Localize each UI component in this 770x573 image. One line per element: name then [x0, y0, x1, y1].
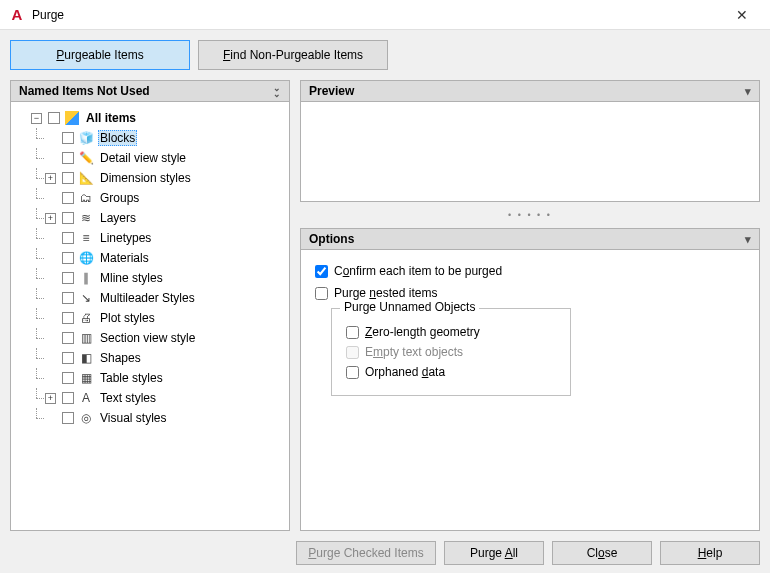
all-items-icon	[65, 111, 79, 125]
tree-checkbox[interactable]	[62, 232, 74, 244]
tree-item[interactable]: ◧Shapes	[31, 348, 285, 368]
tree-item-label: Section view style	[98, 331, 197, 345]
tab-find-non-purgeable[interactable]: Find Non-Purgeable ItemsFind Non-Purgeab…	[198, 40, 388, 70]
tree-item-label: Layers	[98, 211, 138, 225]
expander-blank	[45, 373, 56, 384]
dialog-content: PPurgeable Itemsurgeable Items Find Non-…	[0, 30, 770, 573]
tree-item[interactable]: +AText styles	[31, 388, 285, 408]
expander-plus-icon[interactable]: +	[45, 213, 56, 224]
tree-item-icon: A	[78, 390, 94, 406]
tree-item-label: Visual styles	[98, 411, 168, 425]
tree-item-label: Mline styles	[98, 271, 165, 285]
main-row: Named Items Not Used ⌄⌄ − All items 🧊Blo…	[10, 80, 760, 531]
tree-item-icon: ∥	[78, 270, 94, 286]
tree-checkbox[interactable]	[62, 212, 74, 224]
purge-unnamed-group: Purge Unnamed Objects Zero-length geomet…	[331, 308, 571, 396]
purge-all-button[interactable]: Purge All	[444, 541, 544, 565]
left-pane: Named Items Not Used ⌄⌄ − All items 🧊Blo…	[10, 80, 290, 531]
expander-blank	[45, 233, 56, 244]
expander-blank	[45, 133, 56, 144]
tree-item[interactable]: ≡Linetypes	[31, 228, 285, 248]
options-header[interactable]: Options ▾	[300, 228, 760, 250]
tree-checkbox[interactable]	[62, 152, 74, 164]
tree-item[interactable]: ▦Table styles	[31, 368, 285, 388]
tree-item[interactable]: ∥Mline styles	[31, 268, 285, 288]
app-icon: A	[8, 6, 26, 24]
tree-root-label: All items	[84, 111, 138, 125]
tree-item-icon: ✏️	[78, 150, 94, 166]
option-zero-length[interactable]: Zero-length geometry	[346, 325, 556, 339]
expander-blank	[45, 333, 56, 344]
tree-item[interactable]: ▥Section view style	[31, 328, 285, 348]
tree-checkbox[interactable]	[62, 332, 74, 344]
options-title: Options	[309, 232, 354, 246]
zero-length-checkbox[interactable]	[346, 326, 359, 339]
tree-item[interactable]: 🖨Plot styles	[31, 308, 285, 328]
option-orphaned-data[interactable]: Orphaned data	[346, 365, 556, 379]
expander-plus-icon[interactable]: +	[45, 173, 56, 184]
tree-item-label: Shapes	[98, 351, 143, 365]
close-icon[interactable]: ✕	[722, 1, 762, 29]
confirm-checkbox[interactable]	[315, 265, 328, 278]
orphaned-data-checkbox[interactable]	[346, 366, 359, 379]
tree-item-label: Groups	[98, 191, 141, 205]
tree-root[interactable]: − All items	[31, 108, 285, 128]
tree-item[interactable]: ↘Multileader Styles	[31, 288, 285, 308]
tree-checkbox[interactable]	[62, 192, 74, 204]
tree-checkbox[interactable]	[62, 252, 74, 264]
tree-checkbox[interactable]	[62, 372, 74, 384]
expander-plus-icon[interactable]: +	[45, 393, 56, 404]
splitter-handle[interactable]: • • • • •	[300, 210, 760, 220]
tree-checkbox[interactable]	[62, 272, 74, 284]
tree-item[interactable]: 🌐Materials	[31, 248, 285, 268]
preview-title: Preview	[309, 84, 354, 98]
empty-text-checkbox	[346, 346, 359, 359]
tree-item-icon: ≡	[78, 230, 94, 246]
chevron-down-icon[interactable]: ▾	[745, 85, 751, 98]
tree-item-label: Materials	[98, 251, 151, 265]
tree-checkbox[interactable]	[62, 292, 74, 304]
tree-item-label: Blocks	[98, 130, 137, 146]
tree-item-label: Multileader Styles	[98, 291, 197, 305]
help-button[interactable]: Help	[660, 541, 760, 565]
window-title: Purge	[32, 8, 722, 22]
options-panel: Options ▾ Confirm each item to be purged…	[300, 228, 760, 531]
preview-header[interactable]: Preview ▾	[300, 80, 760, 102]
tree-item[interactable]: 🧊Blocks	[31, 128, 285, 148]
tree-checkbox[interactable]	[62, 352, 74, 364]
tree-checkbox[interactable]	[62, 392, 74, 404]
tree-item[interactable]: ✏️Detail view style	[31, 148, 285, 168]
tree-item[interactable]: +≋Layers	[31, 208, 285, 228]
expander-blank	[45, 413, 56, 424]
collapse-chevrons-icon[interactable]: ⌄⌄	[273, 85, 281, 97]
option-confirm[interactable]: Confirm each item to be purged	[315, 264, 745, 278]
tree-item[interactable]: 🗂Groups	[31, 188, 285, 208]
tree-view[interactable]: − All items 🧊Blocks✏️Detail view style+📐…	[10, 102, 290, 531]
tree-checkbox[interactable]	[62, 412, 74, 424]
tree-item-icon: 📐	[78, 170, 94, 186]
expander-blank	[45, 313, 56, 324]
tree-item-label: Plot styles	[98, 311, 157, 325]
tree-item-icon: ≋	[78, 210, 94, 226]
expander-blank	[45, 153, 56, 164]
tree-checkbox[interactable]	[62, 132, 74, 144]
nested-checkbox[interactable]	[315, 287, 328, 300]
close-button[interactable]: Close	[552, 541, 652, 565]
option-nested[interactable]: Purge nested items	[315, 286, 745, 300]
tree-item[interactable]: ◎Visual styles	[31, 408, 285, 428]
left-pane-header[interactable]: Named Items Not Used ⌄⌄	[10, 80, 290, 102]
tree-item-icon: ▥	[78, 330, 94, 346]
tree-item-label: Linetypes	[98, 231, 153, 245]
button-row: Purge Checked Items Purge All Close Help	[10, 541, 760, 573]
tree-item[interactable]: +📐Dimension styles	[31, 168, 285, 188]
expander-blank	[45, 353, 56, 364]
tree-checkbox[interactable]	[62, 172, 74, 184]
expander-minus-icon[interactable]: −	[31, 113, 42, 124]
tabs-row: PPurgeable Itemsurgeable Items Find Non-…	[10, 40, 760, 70]
tree-checkbox[interactable]	[48, 112, 60, 124]
tree-item-icon: ◧	[78, 350, 94, 366]
tree-item-icon: ↘	[78, 290, 94, 306]
chevron-down-icon[interactable]: ▾	[745, 233, 751, 246]
tab-purgeable-items[interactable]: PPurgeable Itemsurgeable Items	[10, 40, 190, 70]
tree-checkbox[interactable]	[62, 312, 74, 324]
